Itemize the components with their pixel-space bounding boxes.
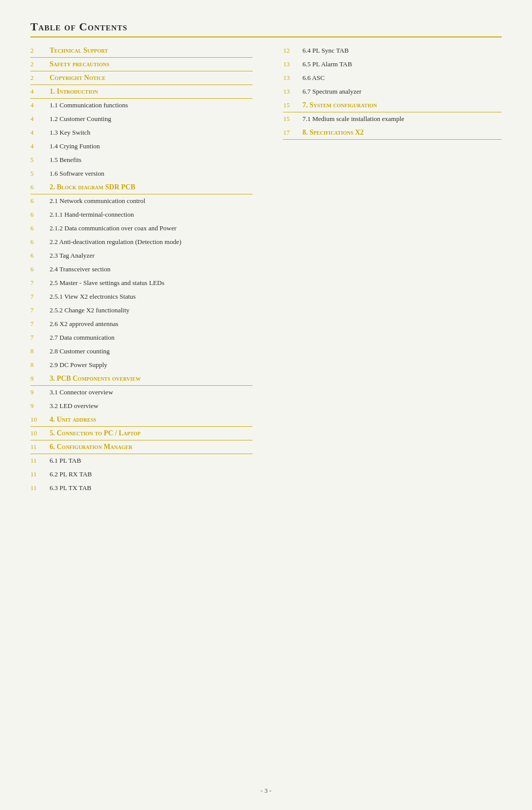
toc-num: 6 bbox=[30, 265, 50, 273]
toc-num: 4 bbox=[30, 115, 50, 123]
toc-num: 10 bbox=[30, 429, 50, 437]
toc-label: 3. PCB Components overview bbox=[50, 375, 253, 383]
toc-label: 6.2 PL RX TAB bbox=[50, 470, 253, 478]
toc-num: 8 bbox=[30, 361, 50, 369]
toc-num: 6 bbox=[30, 211, 50, 219]
toc-num: 17 bbox=[283, 129, 302, 137]
toc-row-specs: 17 8. Specifications X2 bbox=[283, 129, 502, 140]
toc-num: 4 bbox=[30, 142, 50, 150]
toc-row: 9 3.2 LED overview bbox=[30, 402, 253, 413]
toc-label: 2.5.2 Change X2 functionality bbox=[50, 306, 253, 314]
toc-row: 12 6.4 PL Sync TAB bbox=[283, 47, 502, 58]
toc-row-connection: 10 5. Connection to PC / Laptop bbox=[30, 429, 253, 440]
toc-label: 2.5 Master - Slave settings and status L… bbox=[50, 279, 253, 287]
toc-num: 4 bbox=[30, 129, 50, 137]
toc-label: 3.1 Connector overview bbox=[50, 388, 253, 396]
toc-label: 6.3 PL TX TAB bbox=[50, 484, 253, 492]
toc-num: 6 bbox=[30, 224, 50, 232]
toc-row: 7 2.5.2 Change X2 functionality bbox=[30, 306, 253, 317]
toc-num: 9 bbox=[30, 375, 50, 383]
toc-label: Safety precautions bbox=[50, 60, 253, 68]
toc-num: 7 bbox=[30, 320, 50, 328]
toc-label: 1.6 Software version bbox=[50, 170, 253, 178]
toc-num: 10 bbox=[30, 416, 50, 424]
toc-label: 2.4 Transceiver section bbox=[50, 265, 253, 273]
toc-row-intro: 4 1. Introduction bbox=[30, 88, 253, 99]
toc-container: 2 Technical Support 2 Safety precautions… bbox=[30, 47, 502, 498]
toc-row: 4 1.1 Communication functions bbox=[30, 101, 253, 112]
toc-label: 6.4 PL Sync TAB bbox=[302, 47, 502, 55]
toc-num: 13 bbox=[283, 88, 302, 96]
toc-label: 6.6 ASC bbox=[302, 74, 502, 82]
toc-num: 4 bbox=[30, 88, 50, 96]
toc-row-copyright: 2 Copyright Notice bbox=[30, 74, 253, 85]
toc-row: 13 6.7 Spectrum analyzer bbox=[283, 88, 502, 99]
toc-row: 13 6.6 ASC bbox=[283, 74, 502, 85]
toc-num: 2 bbox=[30, 60, 50, 68]
toc-num: 7 bbox=[30, 293, 50, 301]
toc-num: 6 bbox=[30, 197, 50, 205]
toc-label: 2.5.1 View X2 electronics Status bbox=[50, 293, 253, 301]
toc-row: 7 2.5 Master - Slave settings and status… bbox=[30, 279, 253, 290]
toc-num: 2 bbox=[30, 74, 50, 82]
toc-num: 6 bbox=[30, 252, 50, 260]
toc-row-unit: 10 4. Unit address bbox=[30, 416, 253, 427]
toc-num: 11 bbox=[30, 443, 50, 451]
toc-label: 6.7 Spectrum analyzer bbox=[302, 88, 502, 96]
toc-label: 1. Introduction bbox=[50, 88, 253, 96]
toc-row: 15 7.1 Medium scale installation example bbox=[283, 115, 502, 126]
toc-num: 12 bbox=[283, 47, 302, 55]
toc-label: 1.2 Customer Counting bbox=[50, 115, 253, 123]
toc-row: 7 2.7 Data communication bbox=[30, 334, 253, 345]
toc-label: 6.1 PL TAB bbox=[50, 457, 253, 465]
toc-row: 4 1.3 Key Switch bbox=[30, 129, 253, 140]
page-title: Table of Contents bbox=[30, 20, 502, 37]
toc-right: 12 6.4 PL Sync TAB 13 6.5 PL Alarm TAB 1… bbox=[268, 47, 502, 498]
toc-row: 6 2.1.1 Hand-terminal-connection bbox=[30, 211, 253, 222]
toc-row: 13 6.5 PL Alarm TAB bbox=[283, 60, 502, 71]
toc-label: 5. Connection to PC / Laptop bbox=[50, 429, 253, 437]
toc-row: 11 6.1 PL TAB bbox=[30, 457, 253, 468]
toc-row-technical-support: 2 Technical Support bbox=[30, 47, 253, 58]
toc-label: 6. Configuration Manager bbox=[50, 443, 253, 451]
toc-label: 1.5 Benefits bbox=[50, 156, 253, 164]
toc-num: 7 bbox=[30, 306, 50, 314]
toc-label: 7. System configuration bbox=[302, 101, 502, 109]
toc-label: 2.1.1 Hand-terminal-connection bbox=[50, 211, 253, 219]
toc-label: Technical Support bbox=[50, 47, 253, 55]
toc-num: 5 bbox=[30, 170, 50, 178]
toc-num: 7 bbox=[30, 334, 50, 342]
toc-row: 5 1.5 Benefits bbox=[30, 156, 253, 167]
toc-num: 11 bbox=[30, 470, 50, 478]
toc-row: 8 2.8 Customer counting bbox=[30, 347, 253, 358]
toc-label: 2. Block diagram SDR PCB bbox=[50, 183, 253, 191]
toc-row: 6 2.1 Network communication control bbox=[30, 197, 253, 208]
toc-label: 2.6 X2 approved antennas bbox=[50, 320, 253, 328]
toc-row-config: 11 6. Configuration Manager bbox=[30, 443, 253, 454]
toc-num: 15 bbox=[283, 115, 302, 123]
toc-num: 7 bbox=[30, 279, 50, 287]
toc-row-pcb: 9 3. PCB Components overview bbox=[30, 375, 253, 386]
page: Table of Contents 2 Technical Support 2 … bbox=[0, 0, 532, 810]
toc-row: 6 2.3 Tag Analyzer bbox=[30, 252, 253, 263]
toc-row: 11 6.2 PL RX TAB bbox=[30, 470, 253, 481]
toc-row: 9 3.1 Connector overview bbox=[30, 388, 253, 399]
toc-row-block: 6 2. Block diagram SDR PCB bbox=[30, 183, 253, 194]
toc-num: 9 bbox=[30, 388, 50, 396]
toc-row: 4 1.2 Customer Counting bbox=[30, 115, 253, 126]
toc-label: Copyright Notice bbox=[50, 74, 253, 82]
toc-num: 11 bbox=[30, 457, 50, 465]
toc-label: 2.8 Customer counting bbox=[50, 347, 253, 355]
toc-row: 5 1.6 Software version bbox=[30, 170, 253, 181]
toc-row: 6 2.2 Anti-deactivation regulation (Dete… bbox=[30, 238, 253, 249]
toc-row: 6 2.1.2 Data communication over coax and… bbox=[30, 224, 253, 235]
toc-row: 8 2.9 DC Power Supply bbox=[30, 361, 253, 372]
toc-left: 2 Technical Support 2 Safety precautions… bbox=[30, 47, 268, 498]
toc-num: 4 bbox=[30, 101, 50, 109]
toc-label: 1.1 Communication functions bbox=[50, 101, 253, 109]
toc-label: 2.9 DC Power Supply bbox=[50, 361, 253, 369]
toc-label: 6.5 PL Alarm TAB bbox=[302, 60, 502, 68]
toc-row: 7 2.5.1 View X2 electronics Status bbox=[30, 293, 253, 304]
toc-num: 13 bbox=[283, 60, 302, 68]
toc-label: 2.1 Network communication control bbox=[50, 197, 253, 205]
